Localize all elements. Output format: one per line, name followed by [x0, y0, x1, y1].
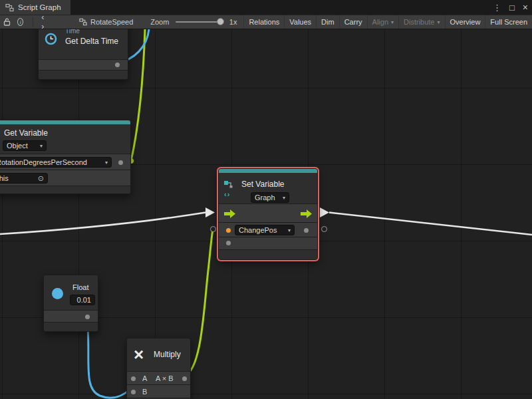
target-field[interactable]: This ⊙: [0, 173, 48, 184]
node-set-variable[interactable]: ‹ › Set Variable Graph▾ ChangePos▾: [218, 168, 318, 260]
node-flow-row: [219, 203, 317, 222]
node-float[interactable]: Float 0.01: [43, 275, 98, 332]
zoom-label: Zoom: [150, 18, 169, 26]
input-port-a[interactable]: [131, 376, 136, 381]
dim-button[interactable]: Dim: [316, 15, 339, 29]
node-footer: [219, 249, 317, 260]
zoom-slider[interactable]: [176, 21, 221, 23]
node-port-row: A A × B: [127, 371, 190, 384]
distribute-dropdown-button: Distribute▾: [398, 15, 444, 29]
align-dropdown-button: Align▾: [367, 15, 398, 29]
node-title: Multiply: [154, 350, 181, 359]
output-port[interactable]: [182, 376, 187, 381]
window-controls: ⋮ □ ×: [493, 0, 528, 15]
unity-visual-scripting-window: Script Graph ⋮ □ × i ‹ › RotateSpeed Zoo…: [0, 0, 532, 399]
node-header: ‹ › Set Variable Graph▾: [219, 173, 317, 203]
input-port-b[interactable]: [131, 390, 136, 394]
node-footer: [44, 322, 98, 332]
overview-button[interactable]: Overview: [445, 15, 485, 29]
chevron-down-icon: ▾: [279, 195, 285, 201]
node-get-variable[interactable]: Get Variable Object▾ RotationDegreesPerS…: [0, 120, 131, 194]
variable-name-dropdown[interactable]: ChangePos▾: [235, 225, 295, 235]
variable-kind-dropdown[interactable]: Object▾: [3, 140, 47, 151]
node-port-row: [44, 310, 98, 322]
carry-button[interactable]: Carry: [339, 15, 367, 29]
control-arrow-in-icon: [205, 207, 215, 217]
tab-title: Script Graph: [18, 3, 61, 11]
zoom-slider-knob[interactable]: [217, 18, 224, 25]
set-variable-icon: [223, 180, 233, 188]
graph-asset-icon: [79, 15, 87, 29]
unconnected-port-circle[interactable]: [210, 226, 216, 232]
code-view-icon[interactable]: ‹ ›: [41, 15, 50, 29]
target-picker-icon[interactable]: ⊙: [38, 174, 44, 183]
control-wire-in[interactable]: [0, 213, 205, 235]
value-input-port[interactable]: [226, 241, 231, 245]
node-footer: [39, 70, 128, 80]
node-port-row: B: [127, 384, 190, 398]
node-multiply[interactable]: × Multiply A A × B B: [126, 338, 191, 399]
flow-out-arrow-icon[interactable]: [301, 209, 312, 218]
toolbar-separator: [33, 17, 33, 27]
variable-name-dropdown[interactable]: RotationDegreesPerSecond▾: [0, 157, 112, 168]
control-arrow-out-icon: [320, 207, 329, 217]
graph-toolbar: i ‹ › RotateSpeed Zoom 1x Relations Valu…: [0, 15, 532, 29]
node-port-row: [39, 59, 128, 70]
node-header: Time Get Delta Time: [39, 29, 128, 59]
node-header: Get Variable Object▾: [0, 124, 130, 154]
node-port-row: RotationDegreesPerSecond▾: [0, 154, 130, 170]
lock-icon[interactable]: [3, 15, 11, 29]
node-header: Float 0.01: [44, 275, 98, 310]
node-get-delta-time[interactable]: Time Get Delta Time: [38, 29, 128, 80]
float-type-icon: [52, 288, 63, 299]
node-header: × Multiply: [127, 338, 190, 371]
chevron-down-icon: ▾: [284, 227, 291, 233]
value-output-port[interactable]: [304, 228, 309, 233]
node-category: Time: [65, 29, 80, 35]
maximize-icon[interactable]: □: [509, 3, 515, 13]
graph-badge-icon: ‹ ›: [224, 190, 229, 198]
graph-name-breadcrumb[interactable]: RotateSpeed: [90, 18, 133, 26]
chevron-down-icon: ▾: [36, 143, 43, 149]
full-screen-button[interactable]: Full Screen: [485, 15, 532, 29]
node-title: Get Variable: [4, 128, 48, 138]
output-port[interactable]: [85, 315, 90, 319]
output-port[interactable]: [115, 63, 120, 67]
node-title: Get Delta Time: [65, 37, 118, 46]
node-title: Set Variable: [241, 180, 284, 189]
node-footer: [0, 186, 130, 194]
port-label-b: B: [142, 388, 147, 396]
relations-button[interactable]: Relations: [243, 15, 284, 29]
tab-bar: Script Graph ⋮ □ ×: [0, 0, 532, 15]
node-port-row: This ⊙: [0, 170, 130, 186]
info-icon[interactable]: i: [17, 18, 23, 26]
output-port[interactable]: [118, 160, 123, 165]
clock-icon: [45, 33, 57, 45]
float-value-field[interactable]: 0.01: [70, 295, 95, 305]
multiply-icon: ×: [134, 346, 144, 363]
chevron-down-icon: ▾: [438, 19, 440, 25]
close-icon[interactable]: ×: [523, 2, 528, 13]
value-input-port[interactable]: [226, 228, 231, 233]
script-graph-icon: [5, 3, 14, 12]
zoom-value: 1x: [229, 18, 237, 26]
port-label-result: A × B: [156, 374, 174, 382]
control-wire-out[interactable]: [329, 213, 532, 235]
node-title: Float: [72, 283, 88, 291]
unconnected-port-circle[interactable]: [321, 226, 327, 232]
port-label-a: A: [142, 374, 147, 382]
flow-in-arrow-icon[interactable]: [224, 209, 235, 218]
tab-script-graph[interactable]: Script Graph: [0, 0, 70, 15]
variable-kind-dropdown[interactable]: Graph▾: [251, 192, 289, 203]
value-wire-green-top[interactable]: [131, 29, 145, 161]
node-port-row: [219, 237, 317, 249]
chevron-down-icon: ▾: [101, 160, 108, 166]
window-menu-icon[interactable]: ⋮: [493, 3, 501, 13]
node-port-row: ChangePos▾: [219, 222, 317, 237]
values-button[interactable]: Values: [284, 15, 316, 29]
chevron-down-icon: ▾: [391, 19, 394, 25]
graph-canvas[interactable]: Time Get Delta Time Get Variable Object▾…: [0, 29, 532, 399]
